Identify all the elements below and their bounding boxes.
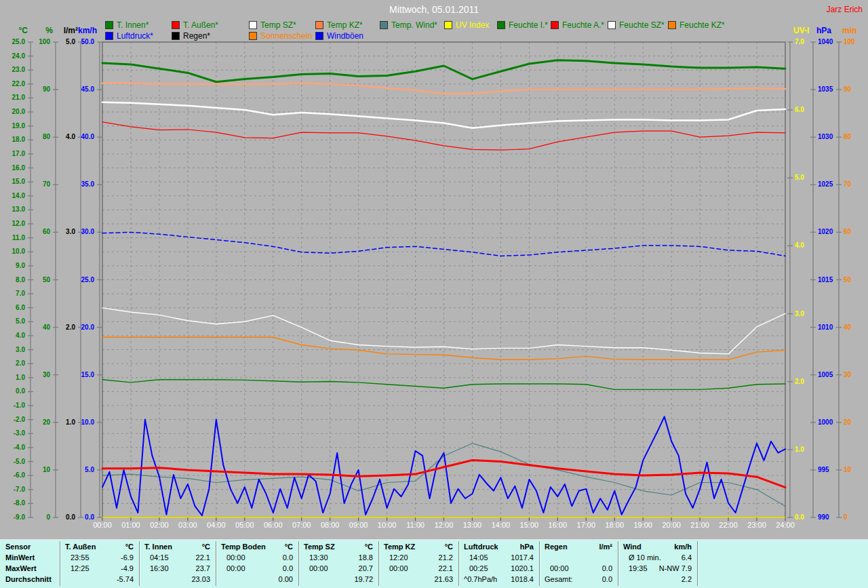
axis-tick-min: 80 [844, 133, 868, 140]
stats-avg-value: 21.63 [406, 574, 453, 585]
stats-avg-value: 0.00 [245, 574, 293, 585]
axis-tick-pct: 30 [18, 371, 50, 378]
stats-col-name: Temp KZ [384, 542, 415, 552]
axis-tick-min: 0 [844, 513, 868, 521]
series-feuchte-sz [102, 308, 785, 354]
x-axis-label: 01:00 [116, 521, 146, 529]
x-axis-label: 06:00 [258, 521, 288, 529]
stats-row-label: MaxWert [5, 564, 37, 574]
axis-tick-min: 100 [844, 38, 868, 45]
stats-max-value: 20.7 [326, 564, 373, 574]
stats-max-value: 22.1 [406, 564, 453, 574]
axis-tick-kmh: 25.0 [62, 276, 94, 283]
axis-tick-c: 24.0 [0, 52, 25, 60]
axis-tick-min: 20 [844, 418, 868, 426]
stats-row-label: MinWert [5, 553, 35, 563]
stats-col-name: Temp Boden [221, 542, 266, 552]
axis-tick-pct: 70 [18, 180, 50, 188]
table-separator [458, 541, 460, 586]
stats-avg-value: 23.03 [163, 574, 210, 585]
table-separator [378, 541, 380, 586]
axis-tick-c: 17.0 [0, 150, 25, 157]
axis-tick-min: 60 [844, 228, 868, 235]
stats-max-value: -4.9 [86, 564, 134, 574]
x-axis-label: 10:00 [372, 521, 402, 529]
stats-col-unit: l/m² [583, 542, 612, 552]
x-axis-label: 21:00 [685, 521, 715, 529]
axis-tick-min: 30 [844, 371, 868, 378]
table-separator [697, 541, 698, 586]
axis-tick-c: -8.0 [0, 499, 25, 507]
axis-tick-c: -3.0 [0, 429, 25, 437]
x-axis-label: 12:00 [429, 521, 459, 529]
axis-tick-c: -5.0 [0, 458, 25, 465]
axis-tick-c: -7.0 [0, 486, 25, 493]
table-separator [618, 541, 619, 586]
stats-col-unit: °C [180, 542, 210, 552]
axis-tick-c: 9.0 [0, 262, 25, 269]
axis-unit-kmh: km/h [67, 26, 97, 35]
stats-max-value: 1020.1 [486, 564, 534, 574]
axis-tick-kmh: 10.0 [62, 418, 94, 426]
stats-max-value: 23.7 [163, 564, 210, 574]
chart-canvas [0, 0, 868, 588]
axis-tick-c: -4.0 [0, 444, 25, 451]
axis-tick-min: 10 [844, 466, 868, 473]
stats-col-unit: °C [343, 542, 373, 552]
stats-col-name: Regen [545, 542, 568, 552]
axis-unit-min: min [842, 26, 868, 35]
axis-tick-pct: 10 [18, 466, 50, 473]
x-axis-label: 07:00 [287, 521, 317, 529]
stats-max-value: 0.0 [245, 564, 293, 574]
axis-tick-uv: 3.0 [795, 310, 827, 317]
stats-min-value: 18.8 [326, 553, 373, 563]
axis-tick-kmh: 0.0 [62, 513, 94, 521]
x-axis-label: 17:00 [571, 521, 601, 529]
table-separator [539, 541, 540, 586]
stats-min-time: 14:05 [469, 553, 488, 563]
stats-col-name: T. Außen [65, 542, 96, 552]
axis-tick-c: -1.0 [0, 401, 25, 409]
axis-tick-kmh: 5.0 [62, 466, 94, 473]
stats-col-name: Temp SZ [304, 542, 335, 552]
x-axis-label: 09:00 [344, 521, 374, 529]
axis-tick-uv: 2.0 [795, 378, 827, 385]
x-axis-label: 23:00 [742, 521, 772, 529]
axis-tick-c: 7.0 [0, 290, 25, 297]
stats-avg-value: 19.72 [326, 574, 373, 585]
stats-row-label: Durchschnitt [5, 574, 52, 585]
axis-tick-c: 19.0 [0, 122, 25, 130]
x-axis-label: 24:00 [770, 521, 800, 529]
x-axis-label: 20:00 [656, 521, 686, 529]
axis-tick-min: 40 [844, 324, 868, 331]
axis-tick-c: 21.0 [0, 94, 25, 101]
axis-tick-uv: 4.0 [795, 241, 827, 249]
stats-col-name: T. Innen [144, 542, 172, 552]
axis-tick-c: 14.0 [0, 192, 25, 199]
stats-avg-value: -5.74 [86, 574, 134, 585]
axis-tick-min: 90 [844, 85, 868, 93]
stats-min-value: 1017.4 [486, 553, 534, 563]
axis-tick-c: 13.0 [0, 205, 25, 213]
stats-min-value: -6.9 [86, 553, 134, 563]
axis-tick-kmh: 45.0 [62, 85, 94, 93]
axis-tick-pct: 90 [18, 85, 50, 93]
stats-col-unit: °C [263, 542, 293, 552]
axis-tick-c: 20.0 [0, 108, 25, 115]
stats-avg-value: 1018.4 [486, 574, 534, 585]
stats-avg-value: 2.2 [644, 574, 692, 585]
stats-col-unit: hPa [504, 542, 534, 552]
axis-tick-kmh: 15.0 [62, 371, 94, 378]
stats-col-name: Wind [623, 542, 642, 552]
x-axis-label: 04:00 [201, 521, 231, 529]
stats-max-value: 0.0 [565, 564, 612, 574]
axis-tick-kmh: 20.0 [62, 324, 94, 331]
axis-tick-c: 10.0 [0, 248, 25, 255]
axis-tick-min: 70 [844, 180, 868, 188]
stats-min-value: 0.0 [245, 553, 293, 563]
x-axis-label: 08:00 [315, 521, 345, 529]
stats-min-value: 21.2 [406, 553, 453, 563]
stats-max-time: 00:25 [469, 564, 488, 574]
x-axis-label: 05:00 [230, 521, 260, 529]
stats-max-value: N-NW 7.9 [644, 564, 692, 574]
